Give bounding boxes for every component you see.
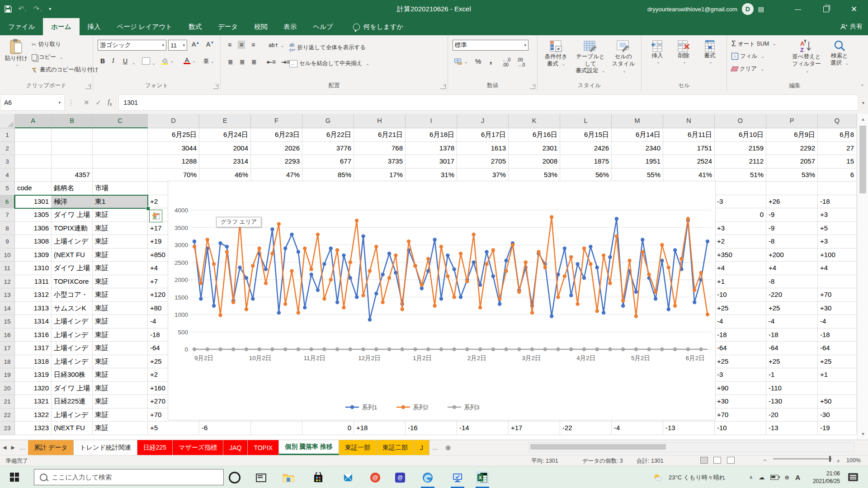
cell-C16[interactable]: 東証 <box>93 328 148 342</box>
increase-decimal-icon[interactable]: ←.0.00 <box>500 57 512 68</box>
cell-A8[interactable]: 1306 <box>15 222 52 235</box>
cell-Q1[interactable]: 6月8 <box>818 128 857 142</box>
zoom-in-icon[interactable]: ＋ <box>835 457 841 465</box>
cell-P12[interactable]: -8 <box>766 275 818 289</box>
align-middle-icon[interactable]: ≡ <box>238 41 245 49</box>
cell-C20[interactable]: 東証 <box>93 382 148 395</box>
cell-I1[interactable]: 6月18日 <box>406 128 457 142</box>
cell-L2[interactable]: 2426 <box>560 142 612 155</box>
cell-P13[interactable]: -220 <box>766 288 818 302</box>
column-header-H[interactable]: H <box>354 114 406 128</box>
cell-B13[interactable]: 小型コア・ <box>52 288 93 302</box>
menu-tab-校閲[interactable]: 校閲 <box>246 18 275 35</box>
cell-B6[interactable]: 極洋 <box>52 195 93 209</box>
minimize-button[interactable]: — <box>784 0 812 18</box>
close-button[interactable]: ✕ <box>840 0 868 18</box>
battery-icon[interactable] <box>770 475 778 480</box>
cell-P5[interactable] <box>766 182 818 195</box>
row-header-11[interactable]: 11 <box>0 262 15 275</box>
ime-mode[interactable]: A <box>795 474 800 481</box>
cell-C12[interactable]: 東証 <box>93 275 148 289</box>
cell-P11[interactable]: +4 <box>766 262 818 275</box>
cell-Q2[interactable]: 27 <box>818 142 857 155</box>
taskbar-app-store-icon[interactable] <box>312 471 325 484</box>
row-header-21[interactable]: 21 <box>0 395 15 408</box>
find-select-button[interactable]: 検索と選択 ⌄ <box>826 40 854 66</box>
cell-G3[interactable]: 677 <box>302 155 354 169</box>
cell-O11[interactable]: +4 <box>715 262 766 275</box>
expand-formula-bar-icon[interactable]: ▾ <box>859 91 868 114</box>
cell-B7[interactable]: ダイワ 上場 <box>52 208 93 222</box>
cell-P21[interactable]: -130 <box>766 395 818 408</box>
cell-A5[interactable]: code <box>15 182 52 195</box>
row-header-6[interactable]: 6 <box>0 195 15 209</box>
autosum-button[interactable]: Σ オート SUM⌄ <box>731 40 776 48</box>
insert-function-icon[interactable]: fx <box>108 98 112 108</box>
decrease-indent-icon[interactable]: ⇤≡ <box>265 58 278 66</box>
cell-C21[interactable]: 東証 <box>93 395 148 408</box>
sheet-tab-トレンド統計関連[interactable]: トレンド統計関連 <box>74 440 137 455</box>
paste-button[interactable]: 貼り付け⌄ <box>5 39 28 67</box>
cell-C15[interactable]: 東証 <box>93 315 148 328</box>
taskbar-app-app-purple-icon[interactable]: @ <box>394 471 406 484</box>
tell-me-box[interactable]: 何をしますか <box>353 18 404 35</box>
row-header-12[interactable]: 12 <box>0 275 15 289</box>
sheet-nav-right-icon[interactable]: ▶ <box>11 445 14 450</box>
sheet-nav-ellipsis[interactable]: … <box>19 444 25 451</box>
format-cells-button[interactable]: 書式⌄ <box>698 40 721 65</box>
taskbar-app-excel-icon[interactable]: X <box>476 471 489 484</box>
collapse-ribbon-icon[interactable]: ⌃ <box>860 84 864 89</box>
row-header-14[interactable]: 14 <box>0 302 15 315</box>
cell-D2[interactable]: 3044 <box>148 142 199 155</box>
cell-A16[interactable]: 1316 <box>15 328 52 342</box>
cell-Q15[interactable]: -4 <box>818 315 857 328</box>
cell-A23[interactable]: 1323 <box>15 422 52 435</box>
cell-N3[interactable]: 2524 <box>663 155 715 169</box>
row-header-1[interactable]: 1 <box>0 128 15 142</box>
page-layout-view-icon[interactable] <box>713 457 721 464</box>
format-painter-button[interactable]: 書式のコピー/貼り付け <box>32 66 99 74</box>
increase-font-icon[interactable]: A▲ <box>190 40 201 48</box>
cell-C3[interactable] <box>93 155 148 169</box>
cell-B4[interactable]: 4357 <box>52 169 93 182</box>
cell-J3[interactable]: 2705 <box>457 155 509 169</box>
cell-B21[interactable]: 日経225連 <box>52 395 93 408</box>
cell-Q18[interactable]: +25 <box>818 355 857 369</box>
formula-input[interactable]: 1301 <box>118 94 859 111</box>
cell-A21[interactable]: 1321 <box>15 395 52 408</box>
cell-Q16[interactable]: -18 <box>818 328 857 342</box>
cell-G23[interactable]: 0 <box>302 422 354 435</box>
cell-A13[interactable]: 1312 <box>15 288 52 302</box>
clipboard-dialog-launcher[interactable]: ↘ <box>85 84 91 89</box>
cell-B5[interactable]: 銘柄名 <box>52 182 93 195</box>
sheet-tab-東証二部[interactable]: 東証二部 <box>377 440 414 455</box>
taskbar-app-opera-icon[interactable] <box>228 471 241 484</box>
new-sheet-button[interactable]: ⊕ <box>441 440 456 455</box>
action-center-icon[interactable] <box>848 473 858 481</box>
normal-view-icon[interactable] <box>700 457 708 464</box>
cell-B15[interactable]: 上場インデ <box>52 315 93 328</box>
cell-F23[interactable] <box>251 422 302 435</box>
fill-color-icon[interactable]: ⌄ <box>159 56 176 65</box>
cell-C17[interactable]: 東証 <box>93 342 148 355</box>
cell-A7[interactable]: 1305 <box>15 208 52 222</box>
cell-B9[interactable]: 上場インデ <box>52 235 93 249</box>
cell-P17[interactable]: -64 <box>766 342 818 355</box>
cell-C10[interactable]: 東証 <box>93 249 148 262</box>
cell-A4[interactable] <box>15 169 52 182</box>
cell-O18[interactable]: +25 <box>715 355 766 369</box>
cell-N2[interactable]: 1751 <box>663 142 715 155</box>
cell-O15[interactable]: -4 <box>715 315 766 328</box>
cell-C19[interactable]: 東証 <box>93 368 148 382</box>
cell-P15[interactable]: -4 <box>766 315 818 328</box>
cell-B12[interactable]: TOPIXCore <box>52 275 93 289</box>
sheet-tab-マザーズ指標[interactable]: マザーズ指標 <box>173 440 223 455</box>
percent-style-icon[interactable]: % <box>473 57 483 66</box>
cell-K1[interactable]: 6月16日 <box>509 128 560 142</box>
align-top-icon[interactable]: ≡ <box>226 41 233 49</box>
cell-P2[interactable]: 2292 <box>766 142 818 155</box>
cell-J2[interactable]: 1613 <box>457 142 509 155</box>
cell-P10[interactable]: +200 <box>766 249 818 262</box>
cell-J23[interactable]: -14 <box>457 422 509 435</box>
ribbon-display-options-icon[interactable]: ▤ <box>758 5 764 13</box>
